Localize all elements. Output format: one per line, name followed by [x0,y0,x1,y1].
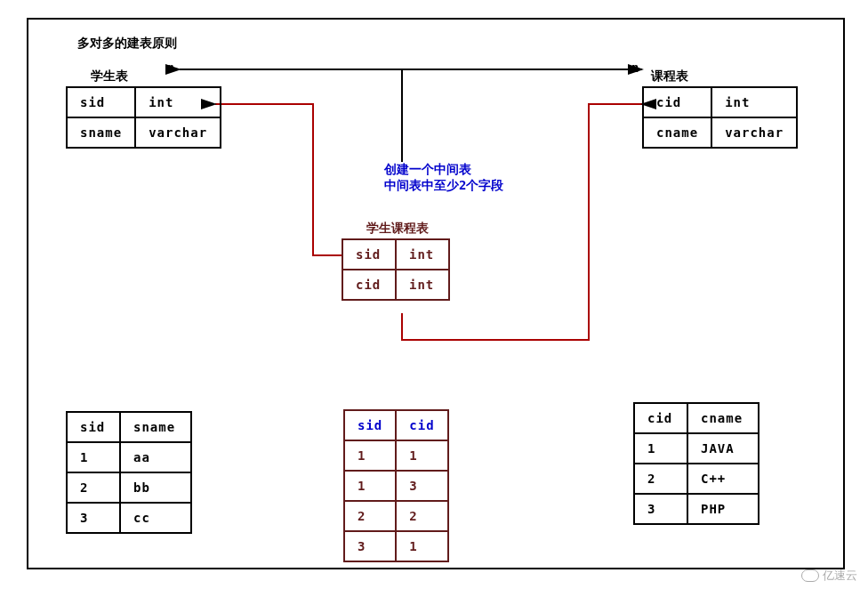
table-cell: 1 [344,440,396,471]
join-schema-type: int [396,270,449,300]
table-cell: 1 [396,531,447,561]
table-cell: 2 [344,501,396,531]
label-join-table: 学生课程表 [366,221,429,237]
table-cell: 3 [396,471,447,501]
student-schema-col: sid [67,87,135,117]
table-cell: bb [120,472,191,503]
diagram-frame: 多对多的建表原则 m n 学生表 sid int sname varchar 课… [27,18,845,569]
join-data-header: cid [396,410,447,440]
table-cell: 3 [344,531,396,561]
join-schema-col: cid [342,270,396,300]
table-cell: 2 [634,464,687,494]
table-cell: 3 [67,503,120,533]
course-schema-col: cid [643,87,711,117]
table-cell: 1 [67,442,120,472]
table-cell: 2 [67,472,120,503]
course-schema-col: cname [643,117,711,148]
table-cell: 3 [634,494,687,524]
watermark: 亿速云 [801,568,857,584]
course-schema-table: cid int cname varchar [642,86,798,149]
label-student-table: 学生表 [91,69,128,85]
table-cell: JAVA [687,433,759,464]
table-cell: aa [120,442,191,472]
watermark-text: 亿速云 [823,568,857,584]
table-cell: PHP [687,494,759,524]
join-schema-type: int [396,239,449,270]
join-schema-col: sid [342,239,396,270]
student-schema-type: int [135,87,221,117]
label-n: n [631,61,639,75]
student-data-table: sid sname 1aa 2bb 3cc [66,411,192,534]
label-course-table: 课程表 [651,69,688,85]
cloud-icon [801,569,819,582]
join-data-header: sid [344,410,396,440]
table-cell: 2 [396,501,447,531]
table-cell: 1 [344,471,396,501]
join-data-table: sid cid 11 13 22 31 [343,409,449,562]
student-schema-type: varchar [135,117,221,148]
table-cell: cc [120,503,191,533]
course-data-header: cid [634,403,687,433]
table-cell: C++ [687,464,759,494]
student-schema-col: sname [67,117,135,148]
annotation-line2: 中间表中至少2个字段 [384,178,503,194]
course-data-table: cid cname 1JAVA 2C++ 3PHP [633,402,760,525]
student-data-header: sid [67,412,120,442]
label-m: m [166,61,173,75]
course-schema-type: varchar [711,117,797,148]
student-schema-table: sid int sname varchar [66,86,221,149]
annotation-line1: 创建一个中间表 [384,162,471,178]
table-cell: 1 [634,433,687,464]
page-title: 多对多的建表原则 [77,36,177,52]
course-data-header: cname [687,403,759,433]
student-data-header: sname [120,412,191,442]
table-cell: 1 [396,440,447,471]
course-schema-type: int [711,87,797,117]
join-schema-table: sid int cid int [342,238,450,301]
